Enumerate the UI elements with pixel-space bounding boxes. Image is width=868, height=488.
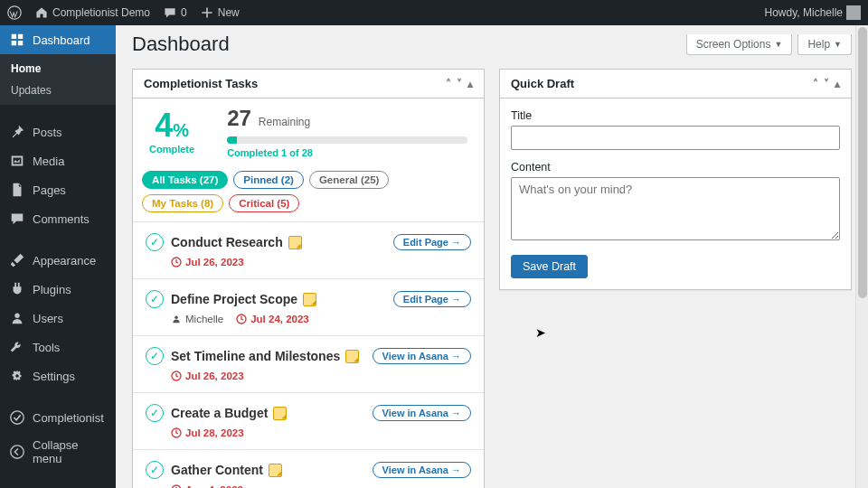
note-icon [269, 464, 282, 477]
progress-bar [227, 136, 467, 144]
task-complete-checkbox[interactable]: ✓ [146, 290, 164, 308]
page-icon [9, 182, 25, 198]
task-title[interactable]: Gather Content [171, 463, 365, 477]
task-due-date: Jul 26, 2023 [171, 371, 244, 381]
note-icon [303, 293, 316, 306]
page-title: Dashboard [132, 33, 230, 56]
task-title[interactable]: Create a Budget [171, 406, 365, 420]
note-icon [288, 236, 302, 249]
sidebar-item-media[interactable]: Media [0, 146, 116, 175]
sidebar-item-dashboard[interactable]: Dashboard [0, 25, 116, 54]
sidebar-item-label: Plugins [33, 283, 71, 296]
sidebar-item-label: Tools [33, 341, 60, 354]
admin-sidebar: DashboardHomeUpdatesPostsMediaPagesComme… [0, 25, 116, 488]
sidebar-item-appearance[interactable]: Appearance [0, 246, 116, 275]
dashboard-icon [9, 32, 25, 48]
sidebar-item-label: Settings [33, 370, 75, 383]
task-title[interactable]: Conduct Research [171, 235, 386, 249]
filter-pinned[interactable]: Pinned (2) [233, 171, 304, 189]
sidebar-item-label: Appearance [33, 254, 96, 267]
site-link[interactable]: Completionist Demo [34, 5, 150, 20]
sidebar-item-plugins[interactable]: Plugins [0, 275, 116, 304]
sidebar-item-label: Completionist [33, 411, 104, 425]
task-action-button[interactable]: View in Asana → [373, 348, 471, 364]
note-icon [273, 407, 287, 420]
toggle-icon[interactable]: ▴ [467, 78, 473, 90]
filter-critical[interactable]: Critical (5) [229, 194, 299, 212]
scrollbar[interactable] [855, 25, 868, 488]
task-complete-checkbox[interactable]: ✓ [146, 404, 164, 422]
sidebar-item-tools[interactable]: Tools [0, 333, 116, 361]
draft-content-label: Content [511, 161, 840, 174]
sidebar-item-comments[interactable]: Comments [0, 204, 116, 233]
avatar [846, 5, 861, 20]
sidebar-subitem-home[interactable]: Home [0, 58, 116, 80]
move-up-icon[interactable]: ˄ [446, 78, 451, 90]
task-due-date: Jul 24, 2023 [236, 314, 309, 324]
task-action-button[interactable]: Edit Page → [393, 291, 471, 307]
draft-content-textarea[interactable] [511, 177, 840, 240]
pin-icon [9, 124, 25, 140]
sidebar-item-pages[interactable]: Pages [0, 175, 116, 204]
save-draft-button[interactable]: Save Draft [511, 255, 588, 278]
sidebar-item-posts[interactable]: Posts [0, 117, 116, 146]
sidebar-item-collapse-menu[interactable]: Collapse menu [0, 432, 116, 472]
new-content-link[interactable]: New [200, 5, 240, 20]
complete-stat: 4% Complete [149, 109, 194, 155]
plug-icon [9, 281, 25, 297]
tasks-widget: Completionist Tasks ˄ ˅ ▴ 4% Complete [132, 69, 485, 488]
tasks-widget-header[interactable]: Completionist Tasks ˄ ˅ ▴ [133, 70, 484, 99]
check-icon [9, 409, 25, 426]
task-action-button[interactable]: Edit Page → [393, 234, 471, 250]
comments-link[interactable]: 0 [163, 5, 187, 20]
task-title[interactable]: Define Project Scope [171, 292, 386, 306]
sidebar-item-settings[interactable]: Settings [0, 361, 116, 390]
task-row: ✓ Create a Budget View in Asana → Jul 28… [133, 392, 484, 449]
admin-bar: Completionist Demo 0 New Howdy, Michelle [0, 0, 868, 25]
task-row: ✓ Gather Content View in Asana → Aug 4, … [133, 449, 484, 488]
sidebar-item-label: Media [33, 155, 64, 168]
sidebar-item-label: Pages [33, 183, 66, 197]
sidebar-item-label: Collapse menu [33, 438, 107, 465]
filter-all[interactable]: All Tasks (27) [142, 171, 228, 189]
collapse-icon [9, 444, 25, 460]
task-due-date: Jul 28, 2023 [171, 427, 244, 438]
screen-options-tab[interactable]: Screen Options▼ [686, 34, 793, 55]
quick-draft-header[interactable]: Quick Draft ˄ ˅ ▴ [500, 70, 851, 99]
settings-icon [9, 368, 25, 384]
task-action-button[interactable]: View in Asana → [373, 462, 471, 478]
sidebar-subitem-updates[interactable]: Updates [0, 80, 116, 101]
task-row: ✓ Set Timeline and Milestones View in As… [133, 335, 484, 392]
task-action-button[interactable]: View in Asana → [373, 405, 471, 421]
sidebar-item-label: Comments [33, 212, 90, 226]
move-down-icon[interactable]: ˅ [457, 78, 462, 90]
wp-logo[interactable] [7, 5, 22, 20]
draft-title-input[interactable] [511, 126, 840, 150]
brush-icon [9, 252, 25, 268]
sidebar-item-completionist[interactable]: Completionist [0, 403, 116, 432]
task-row: ✓ Conduct Research Edit Page → Jul 26, 2… [133, 221, 484, 278]
wrench-icon [9, 339, 25, 355]
filter-mytasks[interactable]: My Tasks (8) [142, 194, 223, 212]
move-up-icon[interactable]: ˄ [813, 78, 818, 90]
draft-title-label: Title [511, 109, 840, 122]
task-complete-checkbox[interactable]: ✓ [146, 233, 164, 251]
sidebar-item-users[interactable]: Users [0, 304, 116, 333]
main-content: Dashboard Screen Options▼ Help▼ Completi… [116, 25, 868, 488]
comment-icon [9, 211, 25, 227]
task-row: ✓ Define Project Scope Edit Page → Miche… [133, 278, 484, 335]
task-title[interactable]: Set Timeline and Milestones [171, 349, 365, 363]
task-complete-checkbox[interactable]: ✓ [146, 461, 164, 479]
toggle-icon[interactable]: ▴ [835, 78, 840, 90]
sidebar-item-label: Users [33, 312, 63, 325]
task-complete-checkbox[interactable]: ✓ [146, 347, 164, 365]
note-icon [345, 350, 359, 363]
quick-draft-widget: Quick Draft ˄ ˅ ▴ Title Cont [499, 69, 852, 290]
task-due-date: Aug 4, 2023 [171, 484, 243, 488]
help-tab[interactable]: Help▼ [797, 34, 852, 55]
move-down-icon[interactable]: ˅ [824, 78, 829, 90]
media-icon [9, 153, 25, 169]
filter-general[interactable]: General (25) [309, 171, 389, 189]
account-link[interactable]: Howdy, Michelle [765, 5, 861, 20]
user-icon [9, 310, 25, 326]
